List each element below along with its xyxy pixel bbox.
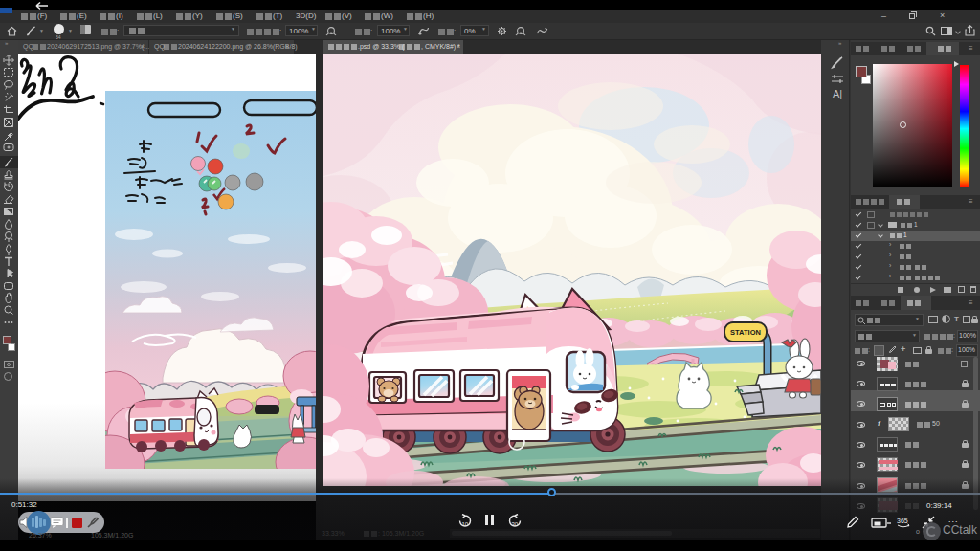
svg-text:30: 30 <box>512 521 519 527</box>
svg-text:STATION: STATION <box>730 328 761 337</box>
svg-text:A|: A| <box>833 88 842 99</box>
svg-text:10: 10 <box>462 521 469 527</box>
svg-text:365: 365 <box>897 518 908 524</box>
